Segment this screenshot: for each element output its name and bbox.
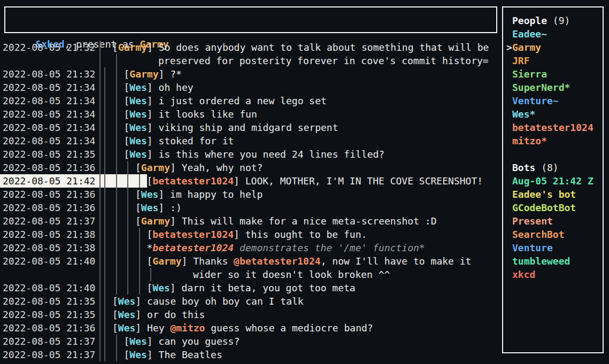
text-segment: ] [170,162,182,173]
message-row[interactable]: wider so it doesn't look broken ^^ [0,268,502,281]
message-row[interactable]: 2022-08-05 21:38[betatester1024] this ou… [0,228,502,241]
person-item-supernerd[interactable]: SuperNerd* [503,81,603,94]
bot-name: SearchBot [512,229,565,240]
text-segment: ?* [170,68,182,80]
text-segment: demonstrates the '/me' function* [234,242,425,253]
nick[interactable]: betatester1024 [152,242,234,253]
person-name: mitzo* [512,135,547,146]
thread-guide-line [104,134,105,148]
timestamp-divider-line [99,174,101,188]
message-row[interactable]: preserved for posterity forever in cove'… [0,54,502,67]
nick[interactable]: Wes [141,202,159,213]
thread-guide-line [116,228,117,241]
timestamp: 2022-08-05 21:37 [3,348,95,361]
message-row[interactable]: 2022-08-05 21:35[Wes] cause boy oh boy c… [0,295,502,308]
nick[interactable]: betatester1024 [152,229,234,240]
nick[interactable]: Wes [118,322,136,334]
bot-item-xkcd[interactable]: xkcd [503,268,603,281]
bot-item-searchbot[interactable]: SearchBot [503,228,603,241]
bot-item-gcodebotbot[interactable]: GCodeBotBot [503,201,603,214]
text-segment: ] [147,336,159,347]
message-row[interactable]: 2022-08-05 21:36[Garmy] Yeah, why not? [0,161,502,174]
message-row-highlighted[interactable]: 2022-08-05 21:42[betatester1024] LOOK, M… [0,174,502,188]
message-row[interactable]: 2022-08-05 21:40[Wes] darn it beta, you … [0,281,502,295]
nick[interactable]: Garmy [141,215,170,227]
message-row[interactable]: 2022-08-05 21:35[Wes] or do this [0,308,502,321]
thread-guide-line [104,161,105,174]
message-continuation-text: preserved for posterity forever in cove'… [158,54,489,67]
bot-item-present[interactable]: Present [503,214,603,228]
message-row[interactable]: 2022-08-05 21:36[Wes] Hey @mitzo guess w… [0,321,502,335]
text-segment: ] [147,95,159,106]
person-item-mitzo[interactable]: mitzo* [503,134,603,148]
text-segment: ] [147,149,159,160]
nick[interactable]: Wes [129,135,147,146]
nick[interactable]: Garmy [152,255,181,267]
nick[interactable]: Wes [141,189,159,200]
thread-guide-line [104,148,105,161]
nick[interactable]: Garmy [141,162,170,173]
nick[interactable]: Wes [129,122,147,133]
message-row[interactable]: 2022-08-05 21:36[Wes] im happy to help [0,188,502,201]
thread-guide-line [104,335,105,348]
message-row[interactable]: 2022-08-05 21:37[Wes] can you guess? [0,335,502,348]
nick[interactable]: Wes [129,82,147,93]
thread-guide-line [104,67,105,81]
message-row[interactable]: 2022-08-05 21:32[Garmy] So does anybody … [0,41,502,54]
thread-guide-line [104,81,105,94]
message-row[interactable]: 2022-08-05 21:37[Wes] The Beatles [0,348,502,361]
bot-item-tumbleweed[interactable]: tumbleweed [503,254,603,268]
message-row[interactable]: 2022-08-05 21:34[Wes] stoked for it [0,134,502,148]
message-row[interactable]: 2022-08-05 21:34[Wes] viking ship and mi… [0,121,502,134]
timestamp: 2022-08-05 21:36 [3,161,95,174]
nick[interactable]: Wes [118,309,136,320]
person-item-wes[interactable]: Wes* [503,107,603,121]
message-row[interactable]: 2022-08-05 21:32[Garmy] ?* [0,67,502,81]
bot-item-eadee-s-bot[interactable]: Eadee's bot [503,188,603,201]
mention[interactable]: @betatester1024 [234,255,321,267]
person-item-garmy[interactable]: >Garmy [503,41,603,54]
message-row[interactable]: 2022-08-05 21:34[Wes] i just ordered a n… [0,94,502,107]
thread-guide-line [116,241,117,254]
message-row[interactable]: 2022-08-05 21:36[Wes] :) [0,201,502,214]
bot-item-venture[interactable]: Venture [503,241,603,254]
nick[interactable]: Wes [118,296,136,307]
message-text: [Wes] or do this [112,308,205,321]
bot-name: Venture [512,242,553,253]
text-segment: [ [124,336,130,347]
person-item-venture[interactable]: Venture~ [503,94,603,107]
message-list: 2022-08-05 21:32[Garmy] So does anybody … [0,41,502,364]
text-segment: [ [135,189,141,200]
nick[interactable]: Wes [129,149,147,160]
text-segment: [ [124,109,130,120]
nick[interactable]: Garmy [118,42,147,53]
message-row[interactable]: 2022-08-05 21:35[Wes] is this where you … [0,148,502,161]
person-item-sierra[interactable]: Sierra [503,67,603,81]
bot-item-aug-05-21-42-z[interactable]: Aug-05 21:42 Z [503,174,603,188]
text-segment: ] [170,282,182,293]
thread-guide-line [116,254,117,268]
nick[interactable]: Wes [129,349,147,360]
message-row[interactable]: 2022-08-05 21:37[Garmy] This will make f… [0,214,502,228]
text-segment: ] [147,349,159,360]
message-row[interactable]: 2022-08-05 21:34[Wes] it looks like fun [0,107,502,121]
bot-name: Aug-05 21:42 Z [512,175,593,187]
message-row[interactable]: 2022-08-05 21:34[Wes] oh hey [0,81,502,94]
nick[interactable]: Wes [129,95,147,106]
person-item-betatester1024[interactable]: betatester1024 [503,121,603,134]
nick[interactable]: Wes [152,282,170,293]
thread-guide-line [104,348,105,361]
person-item-eadee[interactable]: Eadee~ [503,27,603,41]
person-item-jrf[interactable]: JRF [503,54,603,67]
mention[interactable]: @mitzo [170,322,205,334]
message-row[interactable]: 2022-08-05 21:40[Garmy] Thanks @betatest… [0,254,502,268]
nick[interactable]: Wes [129,109,147,120]
person-name: Venture~ [512,95,559,106]
nick[interactable]: Garmy [129,68,158,80]
message-row[interactable]: 2022-08-05 21:38*betatester1024 demonstr… [0,241,502,254]
bots-section-header-title: Bots [512,162,535,173]
text-segment: [ [124,95,130,106]
nick[interactable]: betatester1024 [152,175,234,187]
nick[interactable]: Wes [129,336,147,347]
text-segment: is this where you need 24 lines filled? [159,149,385,160]
